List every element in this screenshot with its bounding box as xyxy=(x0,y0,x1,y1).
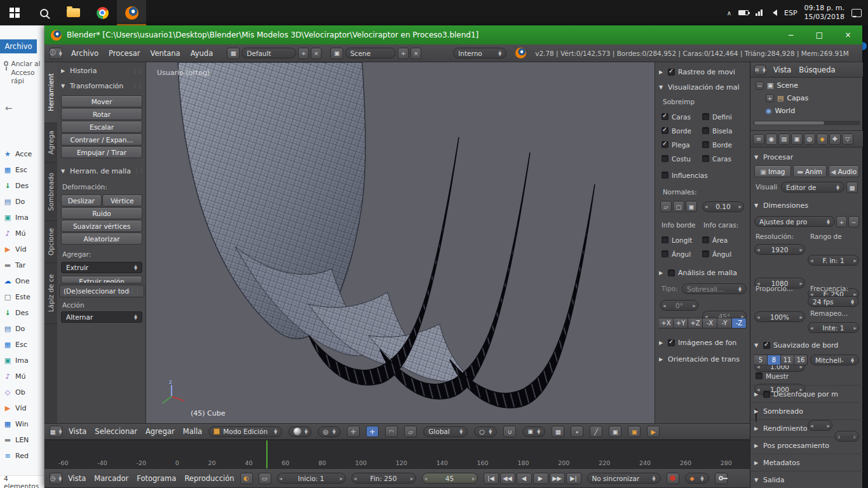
panel-transform[interactable]: Transformación⋮⋮ xyxy=(61,80,142,92)
tool-button[interactable]: Contraer / Expan... xyxy=(61,133,142,146)
timeline-menu-item[interactable]: Vista xyxy=(68,474,86,483)
remove-preset-button[interactable]: − xyxy=(848,216,859,227)
checkbox[interactable] xyxy=(702,250,709,257)
explorer-nav-item[interactable]: One xyxy=(0,273,44,289)
influences-option[interactable]: Influencias xyxy=(661,170,708,180)
panel-render[interactable]: Procesar xyxy=(754,151,859,163)
frame-step-field[interactable]: Inte: 1 xyxy=(808,322,859,333)
redo-panel-header[interactable]: (De)seleccionar todo⋮⋮ xyxy=(59,285,144,297)
timeline-menu-item[interactable]: Reproducción xyxy=(184,474,234,483)
jump-to-end-button[interactable]: ▶| xyxy=(566,473,581,484)
scene-browse-icon[interactable]: ▣ xyxy=(330,48,343,59)
frame-end-input[interactable]: Fin: 250 xyxy=(351,473,416,484)
play-button[interactable]: ▶ xyxy=(533,473,548,484)
display-option[interactable]: Defini xyxy=(702,112,747,121)
edge-select-toggle[interactable]: ╱ xyxy=(590,426,602,437)
collapsed-panel-header[interactable]: Rendimiento xyxy=(750,419,863,437)
opengl-render-image-icon[interactable]: ▣ xyxy=(628,426,641,437)
explorer-nav-item[interactable]: Este xyxy=(0,289,44,305)
checkbox[interactable] xyxy=(661,113,668,120)
outliner-hscrollbar[interactable] xyxy=(753,121,860,125)
collapsed-panel-header[interactable]: Pos procesamiento xyxy=(750,437,863,454)
display-option[interactable]: Borde xyxy=(702,140,747,149)
panel-history[interactable]: Historia⋮⋮ xyxy=(61,65,142,76)
snap-magnet-toggle[interactable]: ∪ xyxy=(503,426,516,437)
resolution-x-field[interactable]: 1920 xyxy=(754,244,805,255)
explorer-nav-item[interactable]: Ima xyxy=(0,353,44,369)
maximize-button[interactable]: □ xyxy=(805,25,834,44)
info-menu-item[interactable]: Ayuda xyxy=(191,49,214,58)
explorer-nav-item[interactable]: LEN xyxy=(0,432,44,448)
tab-render[interactable]: ◉ xyxy=(766,133,777,145)
pin-quick-access[interactable]: Anclar al Acceso rápi xyxy=(4,60,44,86)
checkbox[interactable] xyxy=(661,141,668,148)
outliner-menu-search[interactable]: Búsqueda xyxy=(799,65,835,74)
checkbox[interactable] xyxy=(661,127,668,134)
explorer-nav-item[interactable]: Víd xyxy=(0,400,44,416)
face-select-toggle[interactable]: ▣ xyxy=(609,426,621,437)
tool-button[interactable]: Suavizar vértices xyxy=(61,220,142,232)
info-option[interactable]: Longit xyxy=(661,235,702,245)
vertex-normals-toggle-icon[interactable]: ▱ xyxy=(660,201,672,212)
extrude-region-button[interactable]: Extruir región xyxy=(61,276,142,283)
proportional-edit-dropdown[interactable]: ○▲▼ xyxy=(474,426,497,437)
close-button[interactable]: × xyxy=(834,25,862,44)
aa-sample-button[interactable]: 5 xyxy=(754,355,768,365)
panel-checkbox[interactable] xyxy=(763,391,770,398)
checkbox[interactable] xyxy=(661,155,668,162)
hidden-icons-chevron-icon[interactable]: ∧ xyxy=(727,10,731,17)
display-option[interactable]: Borde xyxy=(661,126,702,135)
explorer-nav-item[interactable]: Mú xyxy=(0,226,44,241)
explorer-nav-item[interactable]: Acce xyxy=(0,146,44,162)
axis-button[interactable]: -Y xyxy=(717,318,732,329)
viewport-canvas[interactable] xyxy=(146,62,654,423)
info-menu-item[interactable]: Ventana xyxy=(150,49,180,58)
viewport-editor-icon[interactable]: ▦▲▼ xyxy=(50,426,62,437)
manipulator-scale-toggle[interactable]: ▱ xyxy=(404,426,417,437)
explorer-file-tab[interactable]: Archivo xyxy=(0,39,37,53)
panel-mesh-display[interactable]: Visualización de mal xyxy=(659,81,748,93)
tool-button[interactable]: Empujar / Tirar xyxy=(61,146,142,158)
scrollbar-thumb[interactable] xyxy=(754,121,824,125)
back-arrow-icon[interactable]: ← xyxy=(5,103,13,113)
remove-scene-button[interactable]: × xyxy=(410,48,421,59)
properties-editor-icon[interactable]: ≡ xyxy=(753,134,764,144)
explorer-nav-item[interactable]: Ima xyxy=(0,210,44,226)
viewport-3d[interactable]: Usuario (ortog) z (45) Cube xyxy=(146,62,654,423)
tab-render-layers[interactable]: ▤ xyxy=(778,133,790,145)
fullsample-option[interactable]: Muestr xyxy=(756,371,789,381)
opengl-render-anim-icon[interactable]: ▶ xyxy=(647,426,660,437)
checkbox[interactable] xyxy=(702,155,709,162)
panel-transform-orientations[interactable]: Orientación de trans xyxy=(659,353,748,365)
sync-dropdown[interactable]: No sincronizar▲▼ xyxy=(587,473,661,484)
timeline-menu-item[interactable]: Marcador xyxy=(94,474,128,483)
fps-dropdown[interactable]: 24 fps▲▼ xyxy=(808,296,859,307)
minimize-button[interactable]: − xyxy=(776,25,805,44)
explorer-nav-item[interactable]: Do xyxy=(0,194,44,210)
tab-object[interactable]: ◆ xyxy=(817,133,828,145)
viewport-menu-item[interactable]: Seleccionar xyxy=(95,427,137,436)
analysis-type-dropdown[interactable]: Sobresali...▲▼ xyxy=(682,283,747,294)
clock[interactable]: 09:18 p. m. 15/03/2018 xyxy=(804,4,844,22)
tool-button[interactable]: Ruido xyxy=(61,207,142,219)
add-layout-button[interactable]: + xyxy=(298,48,309,59)
normals-size-field[interactable]: 0.10 xyxy=(702,201,744,212)
shelf-tab-tools[interactable]: Herramient xyxy=(44,62,57,123)
play-reverse-button[interactable]: ◀ xyxy=(517,473,532,484)
remove-layout-button[interactable]: × xyxy=(311,48,322,59)
auto-keyframe-record-button[interactable] xyxy=(667,473,679,484)
checkbox[interactable] xyxy=(661,250,668,257)
scene-name[interactable]: Scene xyxy=(345,48,396,58)
tool-button[interactable]: Aleatorizar xyxy=(61,233,142,245)
axis-button[interactable]: +Z xyxy=(688,318,703,329)
manipulator-rotate-toggle[interactable]: ◠ xyxy=(385,426,398,437)
vertex-select-toggle[interactable]: ∙ xyxy=(571,426,583,437)
aa-filter-dropdown[interactable]: Mitchell-▲▼ xyxy=(810,355,859,365)
pivot-dropdown[interactable]: ◎▲▼ xyxy=(318,426,341,437)
tool-button[interactable]: Vértice xyxy=(102,194,143,207)
collapsed-panel-header[interactable]: Metadatos xyxy=(750,454,863,471)
info-option[interactable]: Ángul xyxy=(661,249,702,259)
mesh-analysis-checkbox[interactable] xyxy=(668,269,675,276)
collapsed-panel-header[interactable]: Sombreado xyxy=(750,402,863,419)
viewport-menu-item[interactable]: Agregar xyxy=(146,427,175,436)
